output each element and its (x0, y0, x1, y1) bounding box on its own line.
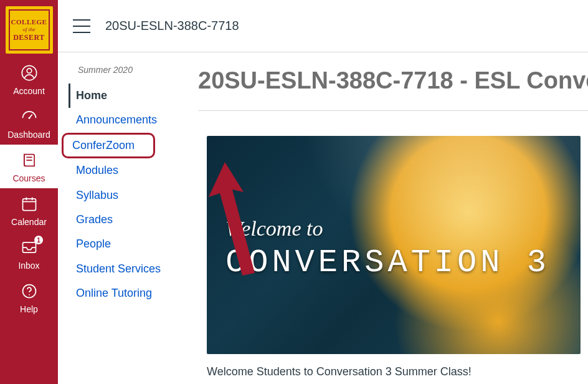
inbox-badge: 1 (34, 236, 43, 244)
user-circle-icon (20, 64, 39, 82)
nav-dashboard-label: Dashboard (7, 130, 50, 140)
nav-calendar-label: Calendar (11, 217, 47, 227)
hero-welcome: Welcome to (225, 217, 550, 241)
svg-point-2 (28, 117, 30, 119)
course-nav: Summer 2020 Home Announcements ConferZoo… (58, 52, 198, 384)
nav-account-label: Account (13, 86, 45, 96)
hero-title: CONVERSATION 3 (225, 244, 550, 281)
term-label: Summer 2020 (78, 65, 187, 75)
nav-calendar[interactable]: Calendar (0, 188, 58, 232)
course-nav-syllabus[interactable]: Syllabus (69, 183, 187, 208)
logo-line3: DESERT (13, 34, 45, 41)
svg-point-14 (29, 294, 30, 295)
course-nav-student-services[interactable]: Student Services (69, 257, 187, 281)
nav-dashboard[interactable]: Dashboard (0, 101, 58, 145)
hero-banner: Welcome to CONVERSATION 3 (207, 136, 581, 354)
calendar-icon (20, 194, 39, 213)
hero-text: Welcome to CONVERSATION 3 (225, 217, 550, 281)
help-icon (20, 282, 39, 300)
nav-account[interactable]: Account (0, 57, 58, 101)
course-nav-people[interactable]: People (69, 232, 187, 256)
menu-toggle-button[interactable] (73, 19, 90, 33)
welcome-line: Welcome Students to Conversation 3 Summe… (207, 365, 588, 378)
nav-courses[interactable]: Courses (0, 145, 58, 188)
hero-wrap: Welcome to CONVERSATION 3 Welcome Studen… (198, 111, 588, 378)
book-icon (20, 151, 39, 170)
svg-point-1 (27, 69, 31, 73)
course-nav-grades[interactable]: Grades (69, 208, 187, 232)
content-area: 20SU-ESLN-388C-7718 Summer 2020 Home Ann… (58, 0, 588, 384)
course-nav-announcements[interactable]: Announcements (69, 108, 187, 132)
institution-logo[interactable]: COLLEGE of the DESERT (6, 6, 53, 54)
global-nav: COLLEGE of the DESERT Account Dashboard … (0, 0, 58, 384)
logo-line2: of the (22, 27, 35, 32)
course-nav-conferzoom[interactable]: ConferZoom (62, 133, 155, 158)
institution-logo-text: COLLEGE of the DESERT (9, 9, 50, 50)
nav-courses-label: Courses (12, 173, 45, 183)
topbar: 20SU-ESLN-388C-7718 (58, 0, 588, 52)
breadcrumb-course[interactable]: 20SU-ESLN-388C-7718 (105, 19, 239, 33)
nav-inbox-label: Inbox (18, 261, 39, 271)
course-nav-modules[interactable]: Modules (69, 158, 187, 183)
course-nav-list: Home Announcements ConferZoom Modules Sy… (74, 84, 187, 306)
course-nav-home[interactable]: Home (69, 84, 187, 108)
nav-inbox[interactable]: 1 Inbox (0, 232, 58, 276)
logo-line1: COLLEGE (11, 19, 47, 26)
main: 20SU-ESLN-388C-7718 - ESL Conversation W… (198, 52, 588, 384)
body: Summer 2020 Home Announcements ConferZoo… (58, 52, 588, 384)
gauge-icon (20, 107, 39, 126)
nav-help[interactable]: Help (0, 276, 58, 319)
course-nav-online-tutoring[interactable]: Online Tutoring (69, 281, 187, 305)
page-title: 20SU-ESLN-388C-7718 - ESL Conversation (198, 59, 588, 111)
svg-rect-5 (22, 199, 36, 211)
nav-help-label: Help (20, 304, 38, 314)
